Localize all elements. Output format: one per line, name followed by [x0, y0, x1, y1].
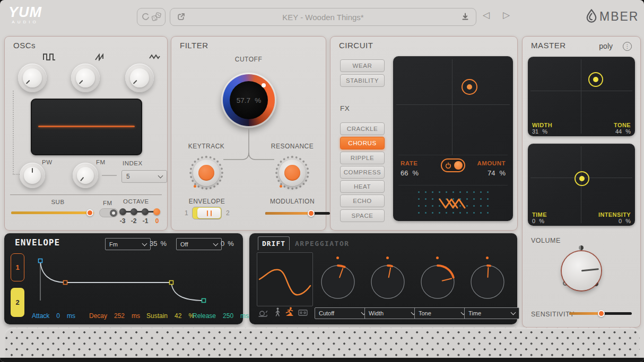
snail-icon[interactable] — [258, 309, 268, 317]
oscs-title: OSCs — [13, 41, 36, 50]
fm-toggle-knob[interactable] — [110, 209, 117, 217]
drift-target-dropdown-4[interactable]: Time — [464, 307, 519, 319]
sensitivity-slider[interactable] — [569, 310, 632, 316]
fx-button-crackle[interactable]: CRACKLE — [340, 122, 385, 135]
envelope-tab-1[interactable]: 1 — [11, 253, 24, 281]
walk-icon[interactable] — [274, 307, 282, 317]
fx-button-echo[interactable]: ECHO — [340, 195, 385, 207]
cutoff-knob[interactable]: 57.7 % — [221, 73, 276, 128]
next-preset-button[interactable]: ▷ — [503, 10, 510, 21]
envelope-option-1[interactable]: 1 — [185, 209, 188, 217]
envelope-tab-2[interactable]: 2 — [11, 288, 24, 317]
octave-label-minus2[interactable]: -2 — [128, 217, 139, 225]
oscs-panel: OSCs PW FM IN — [4, 36, 168, 231]
fx-button-chorus[interactable]: CHORUS — [340, 137, 385, 149]
width-tone-pad[interactable]: WIDTH 31% TONE 44% — [528, 57, 635, 136]
time-value: 0% — [532, 218, 544, 224]
volume-knob[interactable] — [562, 251, 601, 290]
sub-slider-thumb[interactable] — [86, 209, 93, 216]
env-mod-amount-2[interactable]: 0% — [221, 240, 234, 248]
env-mod-amount-1[interactable]: 35% — [150, 240, 167, 248]
filter-envelope-label: ENVELOPE — [180, 198, 233, 205]
saw-wave-icon — [95, 54, 106, 61]
tape-icon[interactable] — [298, 310, 308, 316]
octave-dot-0[interactable] — [153, 208, 160, 215]
tab-drift[interactable]: DRIFT — [258, 236, 290, 250]
drift-knob-cutoff[interactable] — [320, 257, 356, 301]
octave-label-0[interactable]: 0 — [152, 217, 162, 225]
drift-target-dropdown-3[interactable]: Tone — [414, 307, 469, 319]
stability-button[interactable]: STABILITY — [340, 74, 385, 87]
release-handle[interactable] — [202, 299, 206, 303]
power-toggle-knob[interactable] — [454, 161, 463, 170]
rate-label: RATE — [401, 160, 417, 166]
fm-knob[interactable] — [73, 163, 98, 188]
drift-target-dropdown-2[interactable]: Width — [364, 307, 420, 319]
cutoff-indicator-dot — [262, 83, 266, 87]
drift-knob-time[interactable] — [469, 257, 506, 301]
envelope-graph[interactable] — [28, 254, 238, 305]
sensitivity-slider-thumb[interactable] — [598, 310, 605, 317]
master-panel: MASTER poly ⋮ WIDTH 31% TONE 44% TIME 0%… — [522, 36, 641, 328]
fx-button-heat[interactable]: HEAT — [340, 180, 385, 193]
octave-label-minus3[interactable]: -3 — [117, 217, 128, 225]
octave-dot-minus2[interactable] — [130, 208, 137, 215]
run-icon[interactable] — [284, 307, 295, 316]
width-tone-puck[interactable] — [588, 72, 603, 87]
wear-button[interactable]: WEAR — [340, 59, 385, 72]
fm-index-connector — [102, 175, 117, 176]
fm-toggle[interactable] — [99, 208, 118, 217]
drift-knob-tone[interactable] — [420, 257, 456, 301]
preset-bar[interactable]: KEY - Wooden Things* — [170, 8, 476, 26]
env-mod-target-1-dropdown[interactable]: Fm — [105, 238, 151, 250]
osc3-knob[interactable] — [125, 64, 154, 92]
osc2-knob[interactable] — [71, 64, 100, 92]
brand-text: MBER — [599, 10, 639, 24]
voice-mode[interactable]: poly — [599, 42, 613, 50]
circuit-xy-pad[interactable]: RATE 66% AMOUNT 74% — [393, 56, 513, 221]
scope-trace — [38, 126, 135, 127]
attack-handle[interactable] — [39, 259, 42, 263]
fm-toggle-label: FM — [103, 200, 112, 206]
dice-icon[interactable] — [151, 12, 162, 22]
yum-audio-logo: YUM AUDIO — [8, 5, 42, 24]
decay-handle[interactable] — [64, 281, 67, 285]
index-dropdown[interactable]: 5 — [121, 170, 167, 183]
octave-dot-minus3[interactable] — [119, 208, 126, 215]
envelope-select-switch[interactable] — [192, 207, 222, 219]
fx-button-compress[interactable]: COMPRESS — [340, 166, 385, 179]
cutoff-value: 57.7 — [237, 96, 250, 104]
fx-power-toggle[interactable] — [441, 158, 465, 172]
info-icon[interactable]: ⋮ — [623, 42, 632, 51]
circuit-xy-puck[interactable] — [462, 79, 477, 95]
time-label: TIME — [532, 211, 547, 218]
prev-preset-button[interactable]: ◁ — [483, 10, 490, 21]
drift-knob-width[interactable] — [370, 257, 406, 301]
volume-pointer — [581, 268, 599, 271]
intensity-value: 0% — [619, 218, 631, 224]
envelope-switch-handle[interactable] — [197, 208, 221, 218]
time-intensity-pad[interactable]: TIME 0% INTENSITY 0% — [528, 144, 635, 226]
time-intensity-puck[interactable] — [575, 171, 589, 186]
sub-slider[interactable] — [11, 209, 94, 216]
history-icon[interactable] — [141, 13, 150, 21]
tab-arpeggiator[interactable]: ARPEGGIATOR — [295, 240, 350, 248]
osc1-knob[interactable] — [18, 64, 47, 92]
octave-dot-minus1[interactable] — [142, 208, 149, 215]
download-icon[interactable] — [461, 12, 469, 21]
fx-button-space[interactable]: SPACE — [340, 209, 385, 222]
envelope-option-2[interactable]: 2 — [226, 209, 230, 217]
drift-target-dropdown-1[interactable]: Cutoff — [315, 307, 370, 319]
logo-sub: AUDIO — [8, 20, 42, 24]
width-label: WIDTH — [532, 122, 552, 128]
fx-button-ripple[interactable]: RIPPLE — [340, 152, 385, 164]
drift-knob-pip — [386, 257, 389, 259]
octave-label-minus1[interactable]: -1 — [140, 217, 151, 225]
preset-title[interactable]: KEY - Wooden Things* — [170, 13, 476, 22]
pw-knob[interactable] — [20, 163, 45, 188]
sustain-handle[interactable] — [170, 281, 173, 285]
modulation-slider[interactable] — [265, 210, 330, 216]
width-value: 31% — [532, 128, 547, 135]
env-mod-target-2-dropdown[interactable]: Off — [176, 238, 222, 250]
modulation-slider-thumb[interactable] — [308, 210, 315, 217]
